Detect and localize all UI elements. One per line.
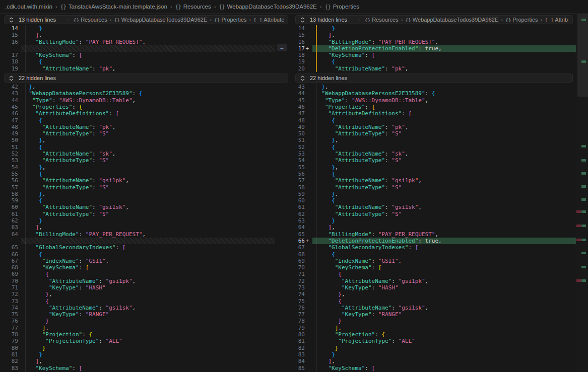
code-line[interactable]: 55 }, — [291, 164, 576, 171]
line-number-gutter[interactable]: 63 — [291, 217, 312, 224]
breadcrumb-item[interactable]: WebappDatabaseTodos39DA962E — [227, 4, 317, 10]
code-text[interactable]: "KeySchema": [ — [312, 52, 576, 58]
unfold-icon[interactable] — [300, 17, 305, 23]
code-line[interactable]: 70 "KeySchema": [ — [291, 264, 576, 271]
line-number-gutter[interactable]: 70 — [0, 278, 21, 284]
code-text[interactable]: "KeySchema": [ — [21, 264, 291, 271]
code-line[interactable]: 64 ], — [291, 224, 576, 231]
diff-filler-row[interactable] — [0, 238, 291, 244]
code-text[interactable]: "AttributeDefinitions": [ — [312, 110, 576, 117]
code-text[interactable]: "KeyType": "RANGE" — [21, 311, 291, 318]
hidden-breadcrumb-item[interactable]: Resources — [81, 17, 107, 23]
code-line[interactable]: 71 "KeyType": "HASH" — [0, 284, 291, 291]
diff-original-editor[interactable]: 13 hidden lines·{}Resources›{}WebappData… — [0, 14, 291, 372]
line-number-gutter[interactable]: 63 — [0, 224, 21, 231]
line-number-gutter[interactable]: 56 — [291, 171, 312, 177]
code-line[interactable]: 79 ], — [291, 325, 576, 331]
line-number-gutter[interactable]: 20 — [291, 65, 312, 72]
code-text[interactable]: "Type": "AWS::DynamoDB::Table", — [21, 97, 291, 104]
code-line[interactable]: 46 "Properties": { — [291, 104, 576, 110]
code-text[interactable]: { — [21, 144, 291, 151]
code-text[interactable]: } — [312, 318, 576, 324]
code-text[interactable]: "BillingMode": "PAY_PER_REQUEST", — [312, 231, 576, 238]
line-number-gutter[interactable]: 51 — [0, 144, 21, 151]
code-text[interactable]: { — [312, 197, 576, 204]
code-line[interactable]: 18 { — [0, 58, 291, 65]
code-line[interactable]: 67 "GlobalSecondaryIndexes": [ — [291, 244, 576, 251]
code-line[interactable]: 20 "AttributeName": "pk", — [291, 65, 576, 72]
breadcrumb-item[interactable]: Properties — [333, 4, 359, 10]
line-number-gutter[interactable]: 44 — [0, 97, 21, 104]
code-text[interactable]: "AttributeType": "S" — [312, 184, 576, 191]
line-number-gutter[interactable]: 66+ — [291, 238, 312, 244]
code-line[interactable]: 51 { — [0, 144, 291, 151]
code-text[interactable]: "BillingMode": "PAY_PER_REQUEST", — [21, 231, 291, 238]
line-number-gutter[interactable]: 17+ — [291, 45, 312, 52]
code-text[interactable]: "AttributeType": "S" — [21, 184, 291, 191]
line-number-gutter[interactable]: 70 — [291, 264, 312, 271]
code-text[interactable]: "KeySchema": [ — [21, 52, 291, 58]
line-number-gutter[interactable]: 47 — [291, 110, 312, 117]
code-text[interactable]: "BillingMode": "PAY_PER_REQUEST", — [21, 39, 291, 45]
line-number-gutter[interactable]: 84 — [291, 358, 312, 364]
code-line[interactable]: 83 "KeySchema": [ — [0, 365, 291, 371]
code-line[interactable]: 74 "AttributeName": "gsi1sk", — [0, 305, 291, 311]
code-line[interactable]: 54 "AttributeType": "S" — [291, 157, 576, 164]
code-line[interactable]: 51 }, — [291, 137, 576, 143]
line-number-gutter[interactable]: 58 — [291, 184, 312, 191]
code-text[interactable]: "AttributeName": "gsi1pk", — [312, 278, 576, 284]
code-line[interactable]: 42 }, — [0, 84, 291, 90]
line-number-gutter[interactable]: 16 — [291, 39, 312, 45]
code-text[interactable]: { — [312, 117, 576, 124]
code-line[interactable]: 71 { — [291, 271, 576, 277]
line-number-gutter[interactable]: 45 — [291, 97, 312, 104]
code-text[interactable]: ], — [312, 358, 576, 364]
code-line[interactable]: 59 }, — [291, 191, 576, 197]
code-line[interactable]: 56 "AttributeName": "gsi1pk", — [0, 177, 291, 184]
code-text[interactable]: ], — [312, 224, 576, 231]
code-text[interactable]: ], — [21, 325, 291, 331]
overview-ruler[interactable] — [576, 14, 588, 372]
code-text[interactable]: { — [21, 117, 291, 124]
code-text[interactable]: }, — [21, 137, 291, 143]
line-number-gutter[interactable]: 49 — [291, 124, 312, 130]
line-number-gutter[interactable]: 64 — [291, 224, 312, 231]
code-text[interactable]: }, — [21, 291, 291, 297]
code-line[interactable]: 62 "AttributeType": "S" — [291, 211, 576, 217]
code-line[interactable]: 73 { — [0, 298, 291, 305]
line-number-gutter[interactable]: 51 — [291, 137, 312, 143]
unfold-icon[interactable] — [9, 75, 14, 81]
hidden-breadcrumb-item[interactable]: WebappDatabaseTodos39DA962E — [121, 17, 207, 23]
code-line[interactable]: 49 "AttributeType": "S" — [0, 130, 291, 137]
code-text[interactable]: { — [312, 171, 576, 177]
line-number-gutter[interactable]: 77 — [0, 325, 21, 331]
line-number-gutter[interactable]: 54 — [291, 157, 312, 164]
code-line[interactable]: 16 "BillingMode": "PAY_PER_REQUEST", — [0, 39, 291, 45]
code-line[interactable]: 19 "AttributeName": "pk", — [0, 65, 291, 72]
line-number-gutter[interactable]: 71 — [0, 284, 21, 291]
line-number-gutter[interactable]: 80 — [0, 345, 21, 351]
code-text[interactable]: } — [312, 217, 576, 224]
code-text[interactable]: "AttributeType": "S" — [21, 157, 291, 164]
line-number-gutter[interactable]: 76 — [0, 318, 21, 324]
code-line[interactable]: 64 "BillingMode": "PAY_PER_REQUEST", — [0, 231, 291, 238]
code-text[interactable]: } — [312, 351, 576, 358]
line-number-gutter[interactable]: 52 — [291, 144, 312, 151]
revert-change-arrow-button[interactable]: → — [277, 44, 287, 51]
code-text[interactable]: "DeletionProtectionEnabled": true, — [312, 45, 576, 52]
code-line[interactable]: 47 { — [0, 117, 291, 124]
code-text[interactable]: "AttributeName": "gsi1sk", — [21, 204, 291, 210]
line-number-gutter[interactable]: 15 — [0, 32, 21, 38]
line-number-gutter[interactable]: 82 — [291, 345, 312, 351]
code-line[interactable]: 72 "AttributeName": "gsi1pk", — [291, 278, 576, 284]
line-number-gutter[interactable]: 68 — [0, 264, 21, 271]
code-text[interactable]: "AttributeName": "gsi1sk", — [21, 305, 291, 311]
code-text[interactable]: } — [312, 345, 576, 351]
line-number-gutter[interactable]: 76 — [291, 305, 312, 311]
code-text[interactable]: }, — [21, 84, 291, 90]
code-text[interactable]: "Type": "AWS::DynamoDB::Table", — [312, 97, 576, 104]
code-line[interactable]: 69 "IndexName": "GSI1", — [291, 258, 576, 264]
line-number-gutter[interactable]: 79 — [0, 338, 21, 344]
code-line[interactable]: 43 "WebappDatabasePersonsE2E33589": { — [0, 90, 291, 97]
line-number-gutter[interactable]: 43 — [291, 84, 312, 90]
